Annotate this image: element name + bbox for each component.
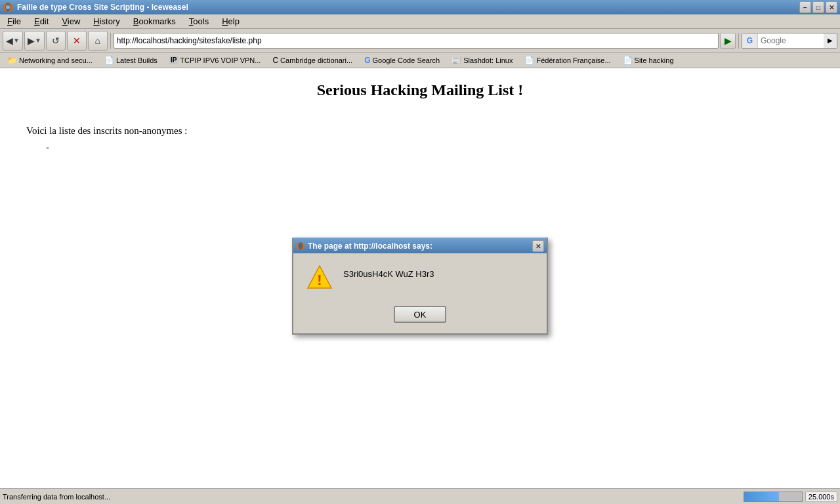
- search-go-button[interactable]: ▶: [824, 33, 837, 48]
- dialog-close-button[interactable]: ✕: [532, 240, 544, 252]
- bookmark-label: Site hacking: [635, 56, 674, 64]
- bookmark-cambridge[interactable]: C Cambridge dictionari...: [268, 54, 357, 67]
- browser-window: Faille de type Cross Site Scripting - Ic…: [0, 0, 840, 504]
- dialog-browser-icon: [296, 242, 305, 251]
- toolbar-separator: [110, 33, 111, 49]
- bookmark-rss-icon: 📰: [452, 56, 461, 65]
- svg-text:!: !: [317, 272, 322, 288]
- bookmark-folder-icon: 📁: [7, 56, 17, 65]
- bookmark-slashdot[interactable]: 📰 Slashdot: Linux: [447, 54, 517, 67]
- home-icon: ⌂: [95, 35, 100, 46]
- title-bar-left: Faille de type Cross Site Scripting - Ic…: [3, 2, 188, 12]
- bookmark-ip-icon: IP: [169, 56, 178, 64]
- menu-view[interactable]: View: [56, 14, 86, 28]
- bookmark-networking[interactable]: 📁 Networking and secu...: [3, 54, 97, 67]
- bookmark-latest-builds[interactable]: 📄 Latest Builds: [100, 54, 162, 67]
- bookmark-label: TCPIP IPV6 VOIP VPN...: [180, 56, 261, 64]
- menu-history[interactable]: History: [87, 14, 125, 28]
- browser-icon: [3, 2, 13, 12]
- dialog-overlay: The page at http://localhost says: ✕ ! S…: [0, 68, 840, 504]
- bookmark-site-hacking[interactable]: 📄 Site hacking: [618, 54, 679, 67]
- dialog-title-text: The page at http://localhost says:: [308, 242, 432, 251]
- bookmark-label: Networking and secu...: [19, 56, 93, 64]
- bookmark-federation[interactable]: 📄 Fédération Française...: [520, 54, 615, 67]
- home-button[interactable]: ⌂: [88, 31, 108, 51]
- bookmark-google-code[interactable]: G Google Code Search: [360, 54, 444, 67]
- minimize-button[interactable]: −: [799, 1, 811, 13]
- toolbar: ◀ ▼ ▶ ▼ ↺ ✕ ⌂ ▶ G ▶: [0, 29, 840, 52]
- address-input[interactable]: [114, 33, 719, 49]
- back-button[interactable]: ◀ ▼: [3, 31, 23, 51]
- ok-button[interactable]: OK: [394, 306, 446, 323]
- go-icon: ▶: [724, 35, 732, 46]
- dialog-body: ! S3ri0usH4cK WuZ H3r3: [293, 253, 547, 301]
- maximize-button[interactable]: □: [812, 1, 824, 13]
- stop-icon: ✕: [73, 35, 81, 46]
- forward-button[interactable]: ▶ ▼: [24, 31, 45, 51]
- dialog-message: S3ri0usH4cK WuZ H3r3: [343, 264, 434, 279]
- menu-help[interactable]: Help: [216, 14, 245, 28]
- alert-dialog: The page at http://localhost says: ✕ ! S…: [292, 238, 548, 335]
- dialog-buttons: OK: [293, 301, 547, 333]
- bookmark-hack-icon: 📄: [623, 56, 633, 65]
- stop-button[interactable]: ✕: [67, 31, 87, 51]
- menu-file[interactable]: File: [1, 14, 27, 28]
- reload-icon: ↺: [52, 35, 60, 46]
- bookmark-google-icon: G: [364, 56, 370, 65]
- svg-point-1: [6, 5, 10, 9]
- bookmark-label: Latest Builds: [116, 56, 158, 64]
- back-dropdown-icon[interactable]: ▼: [13, 37, 20, 44]
- menu-bookmarks[interactable]: Bookmarks: [127, 14, 182, 28]
- menu-tools[interactable]: Tools: [183, 14, 215, 28]
- close-button[interactable]: ✕: [826, 1, 837, 13]
- forward-icon: ▶: [28, 35, 35, 46]
- dialog-title-bar: The page at http://localhost says: ✕: [293, 239, 547, 253]
- bookmark-page-icon: 📄: [104, 56, 114, 65]
- content-area: Serious Hacking Mailing List ! Voici la …: [0, 68, 840, 504]
- bookmark-label: Slashdot: Linux: [463, 56, 513, 64]
- bookmark-label: Fédération Française...: [536, 56, 610, 64]
- bookmark-label: Cambridge dictionari...: [280, 56, 352, 64]
- bookmark-cambridge-icon: C: [272, 56, 278, 65]
- title-bar-text: Faille de type Cross Site Scripting - Ic…: [17, 3, 188, 12]
- title-bar: Faille de type Cross Site Scripting - Ic…: [0, 0, 840, 14]
- title-bar-controls: − □ ✕: [799, 1, 837, 13]
- menu-bar: File Edit View History Bookmarks Tools H…: [0, 14, 840, 29]
- bookmark-label: Google Code Search: [373, 56, 440, 64]
- go-button[interactable]: ▶: [720, 33, 736, 49]
- bookmark-fed-icon: 📄: [524, 56, 534, 65]
- toolbar-separator-2: [738, 33, 739, 49]
- dialog-title-left: The page at http://localhost says:: [296, 242, 432, 251]
- search-engine-icon: G: [742, 33, 758, 48]
- forward-dropdown-icon[interactable]: ▼: [35, 37, 41, 44]
- search-container: G ▶: [742, 33, 837, 49]
- back-icon: ◀: [6, 35, 13, 46]
- reload-button[interactable]: ↺: [46, 31, 66, 51]
- warning-icon: !: [306, 264, 333, 290]
- address-bar-container: ▶: [114, 33, 736, 49]
- bookmark-tcpip[interactable]: IP TCPIP IPV6 VOIP VPN...: [165, 54, 266, 66]
- bookmarks-bar: 📁 Networking and secu... 📄 Latest Builds…: [0, 52, 840, 68]
- search-input[interactable]: [758, 33, 824, 48]
- menu-edit[interactable]: Edit: [28, 14, 54, 28]
